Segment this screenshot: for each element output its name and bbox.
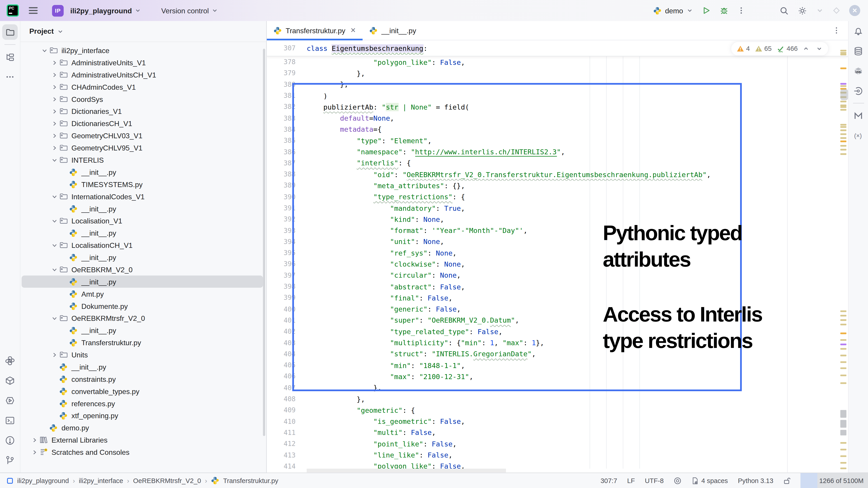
code-line-394[interactable]: 394 "unit": None, <box>267 236 848 248</box>
chevron-expanded-icon[interactable] <box>40 47 49 53</box>
run-button[interactable] <box>702 6 711 15</box>
tree-item-oerebkrmtrsfr-v2-0[interactable]: OeREBKRMtrsfr_V2_0 <box>22 312 263 324</box>
project-tree-scrollbar[interactable] <box>263 49 265 436</box>
error-stripe-mark[interactable] <box>840 332 846 334</box>
search-everywhere-icon[interactable] <box>779 6 789 15</box>
editor-scrollbar-thumb[interactable] <box>840 89 848 100</box>
memory-indicator[interactable]: 1266 of 5100M <box>800 473 868 488</box>
error-stripe[interactable] <box>839 40 848 473</box>
code-line-391[interactable]: 391 "mandatory": True, <box>267 202 848 214</box>
error-stripe-mark[interactable] <box>840 126 846 128</box>
code-line-410[interactable]: 410 "is_geometric": False, <box>267 416 848 427</box>
breadcrumb-item[interactable]: ili2py_interface <box>79 477 123 484</box>
error-stripe-mark[interactable] <box>840 315 846 316</box>
tab-init[interactable]: __init__.py <box>363 21 423 40</box>
tree-item-administrativeunitsch-v1[interactable]: AdministrativeUnitsCH_V1 <box>22 69 263 81</box>
tree-item-localisationch-v1[interactable]: LocalisationCH_V1 <box>22 239 263 251</box>
code-line-397[interactable]: 397 "circular": None, <box>267 270 848 281</box>
version-control-menu[interactable]: Version control <box>161 6 218 15</box>
tree-item--init-py[interactable]: __init__.py <box>22 361 263 373</box>
code-line-405[interactable]: 405 "min": "1848-1-1", <box>267 360 848 371</box>
caret-position[interactable]: 307:7 <box>600 477 617 484</box>
chevron-expanded-icon[interactable] <box>51 193 59 199</box>
error-stripe-mark[interactable] <box>840 50 846 51</box>
structure-tool-button[interactable] <box>2 49 18 65</box>
database-tool-button[interactable] <box>850 43 866 59</box>
error-stripe-mark[interactable] <box>840 382 846 384</box>
close-tab-icon[interactable]: ✕ <box>350 27 356 34</box>
error-stripe-mark[interactable] <box>840 367 846 369</box>
error-stripe-mark[interactable] <box>840 410 846 418</box>
error-stripe-mark[interactable] <box>840 145 846 147</box>
code-line-380[interactable]: 380 }, <box>267 79 848 90</box>
git-tool-button[interactable] <box>2 453 18 468</box>
tree-item-coordsys[interactable]: CoordSys <box>22 93 263 105</box>
tree-item-xtf-opening-py[interactable]: xtf_opening.py <box>22 410 263 422</box>
tree-item--init-py[interactable]: __init__.py <box>22 202 263 215</box>
tab-options-icon[interactable] <box>833 27 840 34</box>
user-avatar[interactable]: ✕ <box>849 5 860 16</box>
tree-item-internationalcodes-v1[interactable]: InternationalCodes_V1 <box>22 190 263 202</box>
tree-item-ili2py-interface[interactable]: ili2py_interface <box>22 44 263 57</box>
next-problem-icon[interactable] <box>816 45 823 52</box>
tree-item--init-py[interactable]: __init__.py <box>22 251 263 263</box>
code-line-411[interactable]: 411 "multi": False, <box>267 427 848 438</box>
breadcrumb-item[interactable]: ili2py_playground <box>17 477 69 484</box>
tree-item-dictionariesch-v1[interactable]: DictionariesCH_V1 <box>22 117 263 129</box>
error-stripe-mark[interactable] <box>840 344 846 345</box>
code-line-385[interactable]: 385 "type": "Element", <box>267 135 848 147</box>
tree-item-units[interactable]: Units <box>22 349 263 361</box>
tree-item-geometrychlv95-v1[interactable]: GeometryCHLV95_V1 <box>22 142 263 154</box>
python-interpreter[interactable]: Python 3.13 <box>738 477 773 484</box>
tree-item-references-py[interactable]: references.py <box>22 397 263 410</box>
error-stripe-mark[interactable] <box>840 467 846 469</box>
error-stripe-mark[interactable] <box>840 68 846 69</box>
chevron-collapsed-icon[interactable] <box>51 84 59 90</box>
tree-item--init-py[interactable]: __init__.py <box>22 227 263 239</box>
error-stripe-mark[interactable] <box>840 420 846 428</box>
error-stripe-mark[interactable] <box>840 83 846 85</box>
error-stripe-mark[interactable] <box>840 149 846 151</box>
chevron-down-disabled-icon[interactable] <box>816 6 824 14</box>
highlighting-level-icon[interactable] <box>674 477 681 484</box>
error-stripe-mark[interactable] <box>840 319 846 321</box>
error-stripe-mark[interactable] <box>840 101 846 102</box>
code-line-378[interactable]: 378 "polygon_like": False, <box>267 57 848 68</box>
chevron-expanded-icon[interactable] <box>51 218 59 224</box>
code-line-382[interactable]: 382 publiziertAb: "str | None" = field( <box>267 101 848 113</box>
tree-item-scratches-and-consoles[interactable]: Scratches and Consoles <box>22 446 263 458</box>
tree-item-localisation-v1[interactable]: Localisation_V1 <box>22 215 263 227</box>
code-line-383[interactable]: 383 default=None, <box>267 112 848 124</box>
breadcrumb-item[interactable]: Transferstruktur.py <box>223 477 278 484</box>
chevron-collapsed-icon[interactable] <box>51 108 59 114</box>
problems-tool-button[interactable] <box>2 433 18 448</box>
error-stripe-mark[interactable] <box>840 348 846 350</box>
services-tool-button[interactable] <box>2 393 18 409</box>
coverage-tool-button[interactable] <box>850 83 866 98</box>
error-stripe-mark[interactable] <box>840 153 846 155</box>
code-line-406[interactable]: 406 "max": "2100-12-31", <box>267 371 848 382</box>
code-line-409[interactable]: 409 "geometric": { <box>267 404 848 416</box>
error-stripe-mark[interactable] <box>840 455 846 457</box>
tree-item-oerebkrm-v2-0[interactable]: OeREBKRM_V2_0 <box>22 263 263 275</box>
error-stripe-mark[interactable] <box>840 375 846 376</box>
markdown-tool-button[interactable] <box>850 108 866 124</box>
code-line-412[interactable]: 412 "point_like": False, <box>267 438 848 450</box>
code-line-388[interactable]: 388 "oid": "OeREBKRMtrsfr_V2_0.Transfers… <box>267 169 848 180</box>
tree-item--init-py[interactable]: __init__.py <box>22 275 263 288</box>
code-line-408[interactable]: 408 }, <box>267 393 848 404</box>
error-stripe-mark[interactable] <box>840 109 846 110</box>
code-line-396[interactable]: 396 "clockwise": None, <box>267 259 848 270</box>
warnings-group[interactable]: 4 <box>737 45 750 53</box>
code-line-387[interactable]: 387 "interlis": { <box>267 158 848 169</box>
code-line-384[interactable]: 384 metadata={ <box>267 124 848 135</box>
passed-group[interactable]: 466 <box>777 45 798 53</box>
debug-button[interactable] <box>719 6 728 15</box>
tree-item-amt-py[interactable]: Amt.py <box>22 288 263 300</box>
chevron-collapsed-icon[interactable] <box>51 72 59 78</box>
python-console-tool-button[interactable] <box>2 353 18 368</box>
error-stripe-mark[interactable] <box>840 124 846 126</box>
chevron-collapsed-icon[interactable] <box>51 121 59 127</box>
unlock-icon[interactable] <box>783 477 790 484</box>
project-icon[interactable]: IP <box>52 5 63 16</box>
